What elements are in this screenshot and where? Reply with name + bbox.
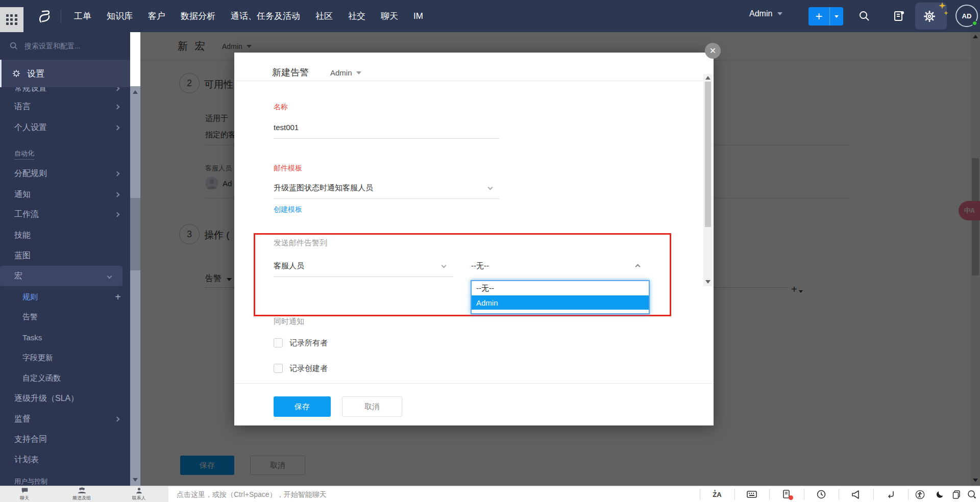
also-notify-label: 同时通知 — [274, 317, 304, 327]
desk-logo-icon — [36, 7, 54, 26]
settings-search-input[interactable] — [24, 42, 111, 50]
sidebar-section-users-control[interactable]: 用户与控制 — [0, 476, 130, 486]
nav-calls-tasks[interactable]: 通话、任务及活动 — [231, 10, 300, 22]
user-avatar[interactable]: AD — [955, 5, 978, 27]
person-icon — [136, 487, 142, 494]
sidebar-item-language[interactable]: 语言 — [0, 99, 130, 114]
sidebar-item-field-updates[interactable]: 字段更新 — [0, 350, 130, 365]
plus-icon[interactable]: + — [808, 7, 830, 26]
chevron-right-icon — [115, 192, 120, 197]
sidebar-item-assignment-rules[interactable]: 分配规则 — [0, 166, 130, 181]
sidebar-item-tasks[interactable]: Tasks — [0, 330, 130, 345]
modal-scrollbar-thumb[interactable] — [705, 82, 711, 227]
close-icon[interactable]: ✕ — [705, 43, 721, 59]
avatar-initials: AD — [962, 12, 972, 20]
nav-social[interactable]: 社交 — [348, 10, 365, 22]
accessibility-icon[interactable] — [914, 488, 926, 500]
chat-tab-contacts[interactable]: 联系人 — [118, 487, 159, 501]
search-icon — [858, 10, 870, 22]
settings-button[interactable] — [915, 3, 947, 30]
sidebar-item-supervision[interactable]: 监督 — [0, 411, 130, 426]
clipboard-icon[interactable] — [950, 488, 963, 500]
chevron-right-icon — [115, 171, 120, 176]
send-to-type-select[interactable]: 客服人员 — [274, 261, 304, 271]
field-underline — [274, 198, 499, 199]
nav-analytics[interactable]: 数据分析 — [181, 10, 215, 22]
sidebar-scrollbar[interactable] — [130, 86, 140, 486]
group-icon — [78, 487, 86, 494]
quick-add-dropdown[interactable] — [830, 7, 843, 26]
app-launcher-button[interactable] — [0, 7, 23, 32]
modal-cancel-button[interactable]: 取消 — [342, 396, 402, 417]
new-alert-modal: 新建告警 Admin 名称 test001 邮件模板 升级蓝图状态时通知客服人员… — [234, 53, 714, 425]
zoom-search-icon[interactable] — [966, 488, 978, 500]
modal-save-button[interactable]: 保存 — [274, 396, 331, 417]
chat-tab-chat[interactable]: 聊天 — [4, 487, 45, 501]
sidebar-item-escalation-sla[interactable]: 逐级升级（SLA） — [0, 391, 130, 406]
record-owner-label: 记录所有者 — [289, 338, 328, 348]
modal-scrollbar[interactable] — [703, 74, 713, 286]
chevron-down-icon — [835, 15, 839, 18]
nav-im[interactable]: IM — [413, 11, 423, 21]
settings-sidebar: 常规设置 设置 语言 个人设置 自动化 分配规则 通知 工作流 技能 蓝图 宏 … — [0, 32, 130, 486]
dropdown-option-none[interactable]: --无-- — [472, 281, 649, 295]
announcement-icon[interactable] — [850, 488, 862, 500]
sidebar-item-personal[interactable]: 个人设置 — [0, 120, 130, 135]
divider — [234, 81, 714, 81]
divider — [61, 9, 61, 23]
app-logo[interactable] — [36, 7, 54, 28]
send-to-value-select[interactable]: --无-- — [471, 261, 489, 271]
email-template-select[interactable]: 升级蓝图状态时通知客服人员 — [274, 183, 373, 193]
record-owner-checkbox[interactable] — [274, 338, 283, 347]
sidebar-item-rules[interactable]: 规则+ — [0, 289, 130, 305]
chat-bubble-icon — [21, 487, 29, 494]
send-alert-to-label: 发送邮件告警到 — [274, 238, 327, 248]
modal-title: 新建告警 — [272, 66, 309, 79]
chat-tab-channels[interactable]: 频道及组 — [61, 487, 102, 501]
quick-add-button[interactable]: + — [808, 7, 843, 26]
modal-owner-dropdown[interactable]: Admin — [330, 68, 361, 77]
sidebar-search[interactable] — [0, 32, 130, 60]
nav-community[interactable]: 社区 — [315, 10, 333, 22]
dark-mode-icon[interactable] — [934, 488, 946, 500]
send-to-dropdown-list: --无-- Admin — [471, 280, 650, 314]
search-button[interactable] — [856, 8, 872, 23]
top-nav-bar: 工单 知识库 客户 数据分析 通话、任务及活动 社区 社交 聊天 IM Admi… — [0, 0, 980, 32]
name-input[interactable]: test001 — [274, 123, 299, 132]
sidebar-item-custom-functions[interactable]: 自定义函数 — [0, 370, 130, 386]
smart-chat-field[interactable] — [168, 486, 694, 502]
sidebar-item-schedules[interactable]: 计划表 — [0, 452, 130, 467]
sidebar-item-workflow[interactable]: 工作流 — [0, 207, 130, 222]
sidebar-header-label: 设置 — [27, 68, 44, 80]
sidebar-item-macros[interactable]: 宏 — [0, 266, 122, 286]
field-underline — [274, 138, 499, 139]
divider — [234, 383, 714, 384]
admin-menu-label: Admin — [749, 9, 772, 18]
sidebar-scrollbar-thumb[interactable] — [130, 198, 140, 270]
gear-icon — [922, 9, 937, 23]
dropdown-option-admin[interactable]: Admin — [472, 295, 649, 310]
translate-icon[interactable]: Z̓A — [711, 488, 723, 500]
sidebar-section-automation[interactable]: 自动化 — [0, 148, 130, 160]
nav-tickets[interactable]: 工单 — [74, 10, 91, 22]
sidebar-item-notifications[interactable]: 通知 — [0, 187, 130, 202]
nav-customers[interactable]: 客户 — [148, 10, 165, 22]
admin-menu[interactable]: Admin — [749, 9, 782, 18]
create-template-link[interactable]: 创建模板 — [274, 205, 302, 214]
grid-icon — [6, 14, 17, 26]
notifications-icon[interactable] — [780, 488, 793, 500]
plus-icon[interactable]: + — [115, 291, 121, 303]
undo-icon[interactable] — [885, 488, 897, 500]
feeds-button[interactable] — [891, 8, 906, 23]
clock-icon[interactable] — [815, 488, 827, 500]
sidebar-item-alerts[interactable]: 告警 — [0, 309, 130, 324]
chevron-down-icon — [107, 273, 112, 279]
keyboard-icon[interactable] — [746, 488, 758, 500]
sidebar-item-support-contracts[interactable]: 支持合同 — [0, 432, 130, 447]
nav-knowledge-base[interactable]: 知识库 — [107, 10, 133, 22]
smart-chat-input[interactable] — [168, 486, 694, 502]
record-creator-checkbox[interactable] — [274, 364, 283, 373]
sidebar-item-skills[interactable]: 技能 — [0, 228, 130, 243]
sidebar-item-blueprint[interactable]: 蓝图 — [0, 248, 130, 263]
nav-chat[interactable]: 聊天 — [381, 10, 398, 22]
